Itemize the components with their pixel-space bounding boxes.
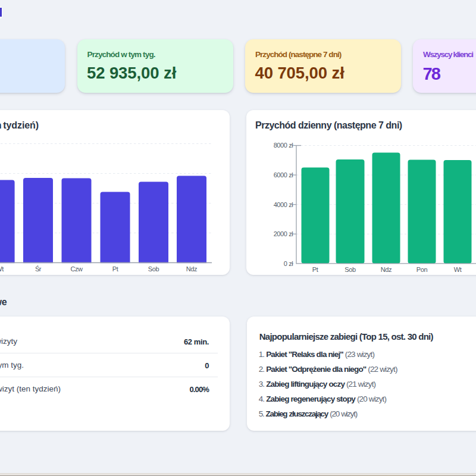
svg-text:Sob: Sob — [148, 265, 159, 273]
svg-text:0 zł: 0 zł — [284, 260, 293, 267]
svg-text:Pt: Pt — [112, 265, 118, 273]
svg-text:Śr: Śr — [35, 265, 42, 273]
svg-text:Pt: Pt — [312, 266, 318, 273]
svg-text:Czw: Czw — [70, 265, 83, 273]
svg-text:Pon: Pon — [416, 266, 428, 273]
svg-text:Wt: Wt — [0, 265, 4, 273]
svg-text:8000 zł: 8000 zł — [274, 142, 294, 149]
svg-text:Ndz: Ndz — [381, 266, 392, 273]
svg-text:6000 zł: 6000 zł — [274, 171, 294, 178]
svg-text:Ndz: Ndz — [186, 265, 197, 273]
svg-text:Wt: Wt — [454, 266, 462, 273]
svg-text:4000 zł: 4000 zł — [274, 201, 294, 208]
svg-text:2000 zł: 2000 zł — [274, 230, 294, 237]
svg-text:Sob: Sob — [345, 266, 356, 273]
